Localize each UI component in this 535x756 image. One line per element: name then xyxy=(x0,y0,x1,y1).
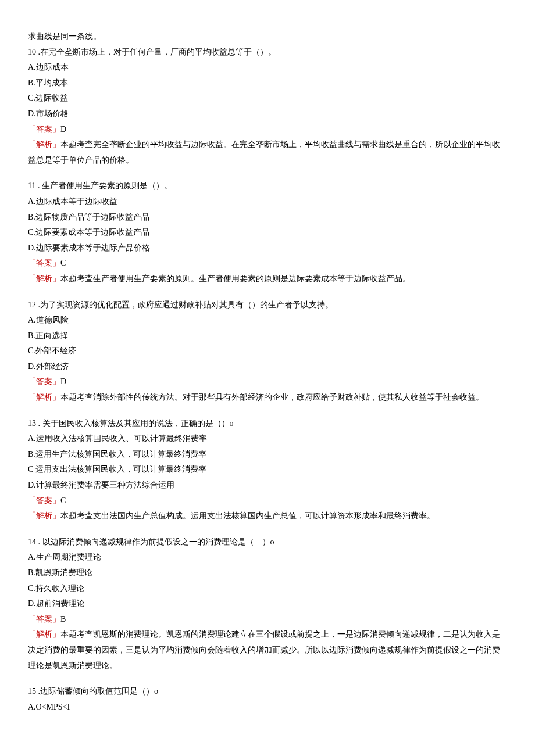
analysis-label: 「解析」 xyxy=(28,630,60,639)
question-block: 12 .为了实现资源的优化配置，政府应通过财政补贴对其具有（）的生产者予以支持。… xyxy=(28,298,507,406)
analysis-label: 「解析」 xyxy=(28,511,60,520)
answer-line: 「答案」C xyxy=(28,256,507,271)
option: A.边际成本等于边际收益 xyxy=(28,194,507,210)
analysis-text: 本题考查生产者使用生产要素的原则。生产者使用要素的原则是边际要素成本等于边际收益… xyxy=(60,274,411,283)
analysis-line: 「解析」本题考查生产者使用生产要素的原则。生产者使用要素的原则是边际要素成本等于… xyxy=(28,271,507,287)
option: C.持久收入理论 xyxy=(28,581,507,597)
answer-label: 「答案」 xyxy=(28,496,60,505)
question-stem: 14 . 以边际消费倾向递减规律作为前提假设之一的消费理论是（ ）o xyxy=(28,535,507,550)
analysis-label: 「解析」 xyxy=(28,274,60,283)
option: B.凯恩斯消费理论 xyxy=(28,565,507,581)
option: D.边际要素成本等于边际产品价格 xyxy=(28,241,507,256)
question-stem: 13 . 关于国民收入核算法及其应用的说法，正确的是（）o xyxy=(28,416,507,432)
question-text: . 生产者使用生产要素的原则是（）。 xyxy=(35,181,172,190)
option: B.运用生产法核算国民收入，可以计算最终消费率 xyxy=(28,447,507,463)
answer-label: 「答案」 xyxy=(28,259,60,267)
option: B.正向选择 xyxy=(28,328,507,344)
option: D.超前消费理论 xyxy=(28,596,507,612)
analysis-text: 本题考查完全垄断企业的平均收益与边际收益。在完全垄断市场上，平均收益曲线与需求曲… xyxy=(28,140,500,164)
answer-value: C xyxy=(60,259,66,267)
option: A.生产周期消费理论 xyxy=(28,550,507,565)
option: C.边际要素成本等于边际收益产品 xyxy=(28,225,507,241)
question-text: .在完全垄断市场上，对于任何产量，厂商的平均收益总等于（）。 xyxy=(36,48,276,56)
option: D.计算最终消费率需要三种方法综合运用 xyxy=(28,478,507,493)
answer-value: D xyxy=(60,125,66,134)
answer-value: D xyxy=(60,377,66,386)
question-stem: 10 .在完全垄断市场上，对于任何产量，厂商的平均收益总等于（）。 xyxy=(28,45,507,60)
option: B.边际物质产品等于边际收益产品 xyxy=(28,210,507,225)
analysis-line: 「解析」本题考查凯恩斯的消费理论。凯恩斯的消费理论建立在三个假设或前提之上，一是… xyxy=(28,627,507,673)
question-stem: 11 . 生产者使用生产要素的原则是（）。 xyxy=(28,178,507,194)
option: A.道德风险 xyxy=(28,313,507,328)
option: B.平均成本 xyxy=(28,76,507,91)
question-number: 11 xyxy=(28,181,35,190)
question-text: . 以边际消费倾向递减规律作为前提假设之一的消费理论是（ ）o xyxy=(36,538,274,546)
analysis-label: 「解析」 xyxy=(28,393,60,402)
answer-label: 「答案」 xyxy=(28,125,60,134)
answer-line: 「答案」D xyxy=(28,122,507,138)
question-number: 15 xyxy=(28,687,36,696)
option: C 运用支出法核算国民收入，可以计算最终消费率 xyxy=(28,462,507,478)
answer-line: 「答案」B xyxy=(28,612,507,628)
answer-line: 「答案」C xyxy=(28,493,507,509)
analysis-line: 「解析」本题考查完全垄断企业的平均收益与边际收益。在完全垄断市场上，平均收益曲线… xyxy=(28,137,507,168)
question-text: .为了实现资源的优化配置，政府应通过财政补贴对其具有（）的生产者予以支持。 xyxy=(36,300,333,309)
question-block: 14 . 以边际消费倾向递减规律作为前提假设之一的消费理论是（ ）oA.生产周期… xyxy=(28,535,507,673)
option: D.市场价格 xyxy=(28,106,507,122)
intro-trail: 求曲线是同一条线。 xyxy=(28,29,507,45)
answer-line: 「答案」D xyxy=(28,374,507,390)
answer-label: 「答案」 xyxy=(28,615,60,624)
question-stem: 15 .边际储蓄倾向的取值范围是（）o xyxy=(28,684,507,700)
question-block: 11 . 生产者使用生产要素的原则是（）。A.边际成本等于边际收益B.边际物质产… xyxy=(28,178,507,286)
option: C.边际收益 xyxy=(28,91,507,106)
analysis-text: 本题考查凯恩斯的消费理论。凯恩斯的消费理论建立在三个假设或前提之上，一是边际消费… xyxy=(28,630,500,669)
question-number: 10 xyxy=(28,48,36,56)
answer-value: B xyxy=(60,615,66,624)
option: C.外部不经济 xyxy=(28,343,507,359)
question-text: .边际储蓄倾向的取值范围是（）o xyxy=(38,687,159,696)
question-number: 12 xyxy=(28,300,36,309)
question-text: . 关于国民收入核算法及其应用的说法，正确的是（）o xyxy=(36,419,234,428)
question-block: 13 . 关于国民收入核算法及其应用的说法，正确的是（）oA.运用收入法核算国民… xyxy=(28,416,507,524)
answer-label: 「答案」 xyxy=(28,377,60,386)
option: A.边际成本 xyxy=(28,60,507,76)
analysis-text: 本题考查支出法国内生产总值构成。运用支出法核算国内生产总值，可以计算资本形成率和… xyxy=(60,511,435,520)
option: A.运用收入法核算国民收入、可以计算最终消费率 xyxy=(28,431,507,447)
analysis-label: 「解析」 xyxy=(28,140,60,149)
question-number: 14 xyxy=(28,538,36,546)
option: D.外部经济 xyxy=(28,359,507,375)
answer-value: C xyxy=(60,496,66,505)
option: A.O<MPS<I xyxy=(28,700,507,715)
question-number: 13 xyxy=(28,419,36,428)
question-block: 10 .在完全垄断市场上，对于任何产量，厂商的平均收益总等于（）。A.边际成本B… xyxy=(28,45,507,169)
question-stem: 12 .为了实现资源的优化配置，政府应通过财政补贴对其具有（）的生产者予以支持。 xyxy=(28,298,507,313)
analysis-line: 「解析」本题考查消除外部性的传统方法。对于那些具有外部经济的企业，政府应给予财政… xyxy=(28,390,507,406)
analysis-line: 「解析」本题考查支出法国内生产总值构成。运用支出法核算国内生产总值，可以计算资本… xyxy=(28,508,507,524)
analysis-text: 本题考查消除外部性的传统方法。对于那些具有外部经济的企业，政府应给予财政补贴，使… xyxy=(60,393,484,402)
